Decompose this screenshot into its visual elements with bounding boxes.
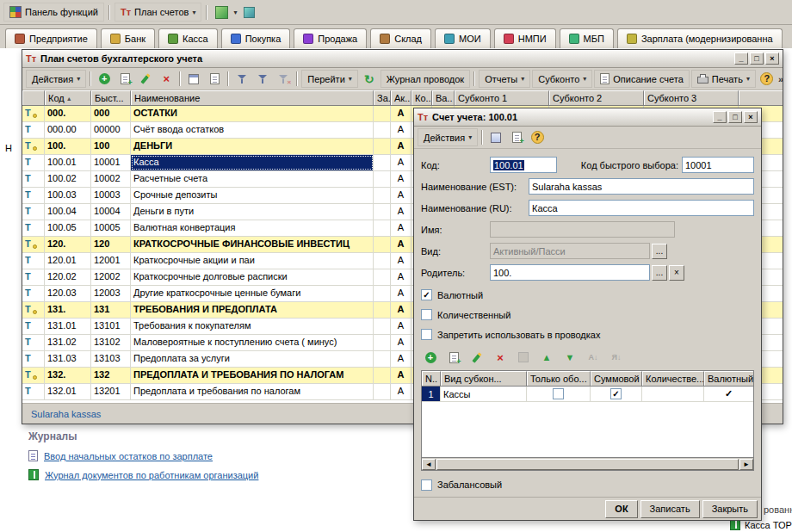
- subconto-table[interactable]: N..Вид субкон...Только обо...СуммовойКол…: [422, 371, 753, 457]
- cell-offbalance[interactable]: [374, 269, 391, 285]
- tab-2[interactable]: Касса: [158, 28, 218, 48]
- name-ru-input[interactable]: Касса: [529, 200, 754, 216]
- function-panel-button[interactable]: Панель функций: [3, 3, 104, 22]
- journal-link-item[interactable]: Журнал документов по работникам организа…: [28, 469, 258, 480]
- actions-menu-button[interactable]: Действия ▾: [26, 70, 86, 88]
- close-dialog-button[interactable]: Закрыть: [702, 500, 758, 518]
- save-button[interactable]: Записать: [640, 500, 700, 518]
- set-period-button[interactable]: [184, 70, 203, 88]
- cell-active[interactable]: А: [391, 269, 411, 285]
- cell-name[interactable]: КРАТКОСРОЧНЫЕ ФИНАНСОВЫЕ ИНВЕСТИЦ: [131, 237, 374, 252]
- column-header-currency[interactable]: Ва..: [432, 90, 455, 105]
- kind-select-button[interactable]: ...: [652, 244, 667, 259]
- cell-code[interactable]: 132.01: [45, 384, 91, 399]
- code-input[interactable]: 100.01: [490, 157, 557, 173]
- tab-4[interactable]: Продажа: [294, 28, 367, 48]
- cell-quick-code[interactable]: 000: [91, 106, 131, 121]
- cell-active[interactable]: А: [391, 384, 411, 399]
- subconto-header-sum[interactable]: Суммовой: [591, 371, 642, 386]
- cell-quick-code[interactable]: 10003: [91, 188, 131, 203]
- sort-ascending-button[interactable]: А↓: [584, 349, 603, 367]
- cell-name[interactable]: ДЕНЬГИ: [131, 139, 374, 154]
- marker-cell[interactable]: Т: [22, 188, 45, 203]
- cell-offbalance[interactable]: [374, 204, 391, 220]
- cell-name[interactable]: Краткосрочные акции и паи: [131, 253, 374, 269]
- toolbar-overflow-button[interactable]: »: [778, 74, 783, 84]
- marker-cell[interactable]: Т: [22, 171, 45, 187]
- journal-link[interactable]: Ввод начальных остатков по зарплате: [44, 451, 213, 461]
- cell-active[interactable]: А: [391, 155, 411, 170]
- column-header-subconto2[interactable]: Субконто 2: [549, 90, 644, 105]
- filter-settings-button[interactable]: [232, 70, 251, 88]
- cell-offbalance[interactable]: [374, 368, 391, 383]
- cell-name[interactable]: Расчетные счета: [131, 171, 374, 187]
- cell-offbalance[interactable]: [374, 155, 391, 170]
- cell-active[interactable]: А: [391, 335, 411, 350]
- marker-cell[interactable]: Т: [22, 335, 45, 350]
- turnover-checkbox[interactable]: [553, 388, 564, 399]
- chart-of-accounts-menu-button[interactable]: Тт План счетов ▾: [114, 3, 201, 22]
- copy-lines-button[interactable]: +: [507, 128, 526, 146]
- cell-offbalance[interactable]: [374, 286, 391, 301]
- cell-quick-code[interactable]: 132: [91, 368, 131, 383]
- cell-quick-code[interactable]: 10002: [91, 171, 131, 187]
- cell-active[interactable]: А: [391, 302, 411, 318]
- cell-quick-code[interactable]: 10004: [91, 204, 131, 220]
- cell-offbalance[interactable]: [374, 106, 391, 121]
- subconto-row[interactable]: 1Кассы✓✓: [422, 387, 753, 402]
- marker-cell[interactable]: Т: [22, 253, 45, 269]
- marker-cell[interactable]: Т: [22, 220, 45, 236]
- marker-cell[interactable]: Т: [22, 237, 45, 252]
- cell-offbalance[interactable]: [374, 188, 391, 203]
- marker-cell[interactable]: Т: [22, 269, 45, 285]
- subconto-cell-kind[interactable]: Кассы: [441, 387, 527, 401]
- tab-9[interactable]: Зарплата (модернизированна: [617, 28, 783, 48]
- cell-code[interactable]: 000.: [45, 106, 91, 121]
- cell-active[interactable]: А: [391, 171, 411, 187]
- cell-offbalance[interactable]: [374, 139, 391, 154]
- tab-1[interactable]: Банк: [101, 28, 155, 48]
- close-button[interactable]: ×: [744, 111, 758, 123]
- cell-code[interactable]: 132.: [45, 368, 91, 383]
- parent-select-button[interactable]: ...: [652, 265, 667, 281]
- cell-name[interactable]: Другие краткосрочные ценные бумаги: [131, 286, 374, 301]
- scroll-left-button[interactable]: ◄: [422, 459, 436, 470]
- checkbox-0[interactable]: ✓: [421, 289, 432, 300]
- cell-active[interactable]: А: [391, 139, 411, 154]
- subconto-delete-button[interactable]: ×: [491, 349, 510, 367]
- edit-button[interactable]: [136, 70, 155, 88]
- journal-button[interactable]: Журнал проводок: [381, 70, 470, 88]
- print-menu-button[interactable]: Печать ▾: [691, 70, 756, 88]
- cell-name[interactable]: Краткосрочные долговые расписки: [131, 269, 374, 285]
- cell-code[interactable]: 100.02: [45, 171, 91, 187]
- tab-7[interactable]: НМПИ: [494, 28, 556, 48]
- cell-code[interactable]: 131.02: [45, 335, 91, 350]
- cell-code[interactable]: 000.00: [45, 122, 91, 138]
- subconto-header-turnover-only[interactable]: Только обо...: [527, 371, 591, 386]
- cell-active[interactable]: А: [391, 286, 411, 301]
- cell-offbalance[interactable]: [374, 319, 391, 334]
- tab-3[interactable]: Покупка: [221, 28, 291, 48]
- tab-8[interactable]: МБП: [560, 28, 614, 48]
- cell-quick-code[interactable]: 12001: [91, 253, 131, 269]
- maximize-button[interactable]: □: [728, 111, 742, 123]
- subconto-cell-turnover[interactable]: [527, 387, 591, 401]
- subconto-header-num[interactable]: N..: [422, 371, 441, 386]
- tab-0[interactable]: Предприятие: [5, 28, 97, 48]
- maximize-button[interactable]: □: [750, 53, 764, 65]
- reports-menu-button[interactable]: Отчеты ▾: [479, 70, 530, 88]
- service-button-2[interactable]: [239, 3, 258, 22]
- horizontal-scrollbar[interactable]: ◄ ►: [422, 457, 753, 470]
- parent-input[interactable]: 100.: [490, 264, 650, 281]
- parent-clear-button[interactable]: ×: [669, 265, 684, 281]
- subconto-edit-button[interactable]: [467, 349, 486, 367]
- cell-name[interactable]: Касса: [131, 155, 374, 170]
- column-header-code[interactable]: Код▲: [45, 90, 91, 105]
- tab-6[interactable]: МОИ: [435, 28, 491, 48]
- cell-code[interactable]: 100.01: [45, 155, 91, 170]
- sort-descending-button[interactable]: Я↓: [607, 349, 626, 367]
- tab-5[interactable]: Склад: [370, 28, 431, 48]
- marker-cell[interactable]: Т: [22, 286, 45, 301]
- copy-button[interactable]: +: [115, 70, 134, 88]
- cell-code[interactable]: 131.03: [45, 351, 91, 367]
